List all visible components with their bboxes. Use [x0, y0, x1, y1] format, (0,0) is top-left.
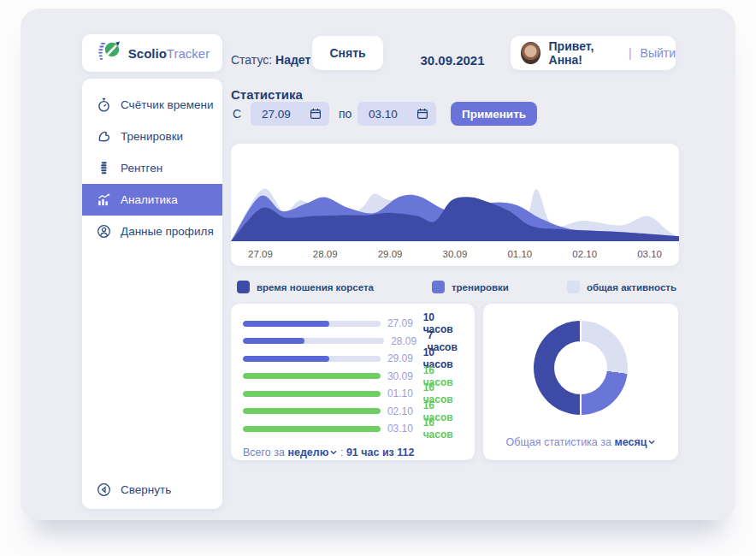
legend-item: тренировки [432, 281, 509, 293]
x-tick-label: 28.09 [313, 249, 338, 259]
bar-date-label: 02.10 [387, 405, 416, 417]
sidebar-item-label: Данные профиля [121, 225, 214, 238]
bar-fill [243, 356, 329, 362]
chart-legend: время ношения корсетатренировкиобщая акт… [237, 281, 676, 293]
separator: | [629, 46, 632, 60]
collapse-label: Свернуть [121, 483, 171, 496]
logo-card: ScolioTracker [82, 34, 222, 72]
page-title: Статистика [231, 87, 303, 102]
bar-track [243, 426, 381, 432]
chevron-down-icon [330, 446, 337, 458]
collapse-button[interactable]: Свернуть [97, 482, 171, 497]
spine-icon [97, 161, 111, 175]
bar-fill [243, 373, 381, 379]
chevron-down-icon [648, 435, 655, 447]
sidebar-item-xray[interactable]: Рентген [82, 152, 222, 184]
monthly-caption: Общая статистика за месяц [483, 435, 678, 448]
logo-text: ScolioTracker [128, 46, 210, 61]
bar-fill [243, 408, 381, 414]
bar-hours-label: 16 часов [423, 417, 464, 441]
legend-swatch [567, 281, 580, 293]
sidebar-menu: Счётчик времениТренировкиРентгенАналитик… [82, 89, 222, 247]
bar-date-label: 30.09 [387, 370, 416, 382]
donut-chart [534, 321, 628, 415]
legend-item: время ношения корсета [237, 281, 374, 293]
date-from-input[interactable]: 27.09 [251, 102, 329, 126]
profile-icon [97, 224, 111, 239]
bar-track [243, 338, 384, 344]
area-chart-svg [231, 163, 679, 241]
weekly-hours-card: 27.0910 часов28.097 часов29.0910 часов30… [231, 304, 475, 460]
bar-rows: 27.0910 часов28.097 часов29.0910 часов30… [243, 315, 464, 438]
period-dropdown[interactable]: неделю [287, 447, 328, 458]
sidebar-item-label: Счётчик времени [121, 98, 214, 111]
user-card: Привет, Анна! | Выйти [511, 36, 676, 70]
status-value: Надет [275, 53, 310, 67]
scoliotracker-logo-icon [95, 40, 122, 66]
calendar-icon [416, 108, 428, 120]
from-label: С [233, 107, 241, 121]
calendar-icon [310, 108, 322, 120]
bar-date-label: 29.09 [387, 352, 416, 364]
bar-date-label: 28.09 [391, 335, 421, 347]
hours-bar-row: 03.1016 часов [243, 420, 464, 438]
bar-date-label: 03.10 [387, 423, 416, 435]
monthly-stats-card: Общая статистика за месяц [483, 304, 678, 460]
remove-corset-button[interactable]: Снять [312, 36, 383, 70]
logout-link[interactable]: Выйти [641, 46, 676, 60]
x-tick-label: 30.09 [443, 249, 468, 259]
bar-track [243, 321, 381, 327]
x-tick-label: 03.10 [637, 249, 662, 259]
weekly-total: Всего за неделю : 91 час из 112 [243, 446, 464, 458]
sidebar-item-label: Тренировки [121, 130, 183, 143]
sidebar-item-label: Рентген [121, 162, 162, 174]
bar-fill [243, 321, 329, 327]
app-window: ScolioTracker Счётчик времениТренировкиР… [21, 9, 735, 520]
sidebar-item-profile[interactable]: Данные профиля [82, 216, 222, 247]
bar-track [243, 391, 381, 397]
month-dropdown[interactable]: месяц [614, 436, 647, 448]
bar-fill [243, 391, 381, 397]
analytics-icon [97, 192, 111, 207]
legend-swatch [237, 281, 250, 293]
sidebar-item-analytics[interactable]: Аналитика [82, 184, 222, 216]
sidebar-item-workouts[interactable]: Тренировки [82, 121, 222, 152]
x-tick-label: 01.10 [507, 249, 532, 259]
corset-status: Статус: Надет [231, 53, 310, 67]
bar-fill [243, 338, 304, 344]
muscle-icon [97, 129, 111, 144]
legend-label: тренировки [452, 282, 509, 293]
bar-track [243, 373, 381, 379]
sidebar-item-timer[interactable]: Счётчик времени [82, 89, 222, 121]
sidebar: Счётчик времениТренировкиРентгенАналитик… [82, 79, 222, 509]
to-label: по [339, 107, 351, 121]
legend-label: общая активность [587, 282, 676, 293]
date-to-value: 03.10 [369, 108, 398, 121]
date-to-input[interactable]: 03.10 [357, 102, 436, 126]
legend-swatch [432, 281, 445, 293]
bar-date-label: 27.09 [387, 317, 416, 329]
stopwatch-icon [97, 98, 111, 112]
x-tick-label: 27.09 [248, 249, 273, 259]
bar-fill [243, 426, 381, 432]
legend-label: время ношения корсета [257, 282, 374, 293]
x-tick-label: 29.09 [378, 249, 403, 259]
greeting-text: Привет, Анна! [549, 39, 620, 67]
collapse-arrow-icon [97, 482, 111, 497]
bar-date-label: 01.10 [387, 387, 416, 399]
apply-button[interactable]: Применить [451, 102, 537, 126]
x-axis-labels: 27.0928.0929.0930.0901.1002.1003.10 [231, 249, 679, 259]
current-date: 30.09.2021 [397, 53, 508, 68]
bar-track [243, 408, 381, 414]
bar-track [243, 356, 381, 362]
date-from-value: 27.09 [262, 108, 291, 121]
donut-hole [554, 341, 607, 394]
x-tick-label: 02.10 [572, 249, 597, 259]
activity-area-chart: 27.0928.0929.0930.0901.1002.1003.10 [231, 144, 679, 266]
legend-item: общая активность [567, 281, 676, 293]
sidebar-item-label: Аналитика [121, 193, 178, 206]
avatar [521, 42, 540, 64]
